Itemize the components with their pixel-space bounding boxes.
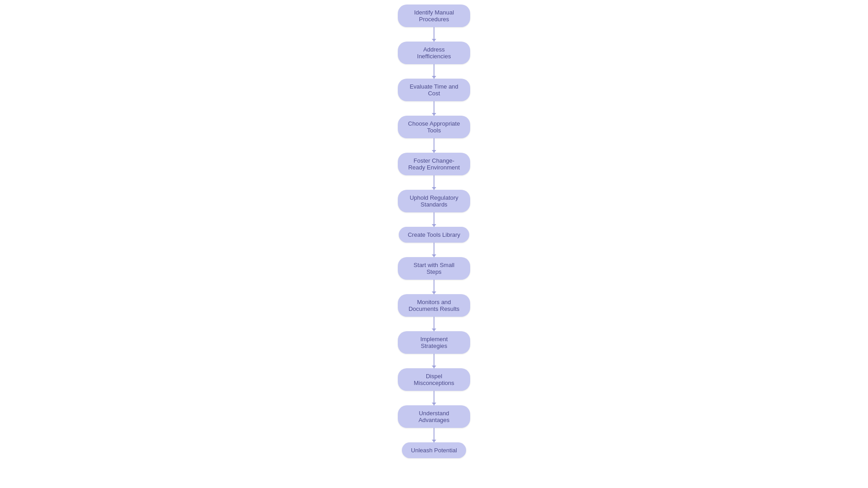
arrow-5 (434, 175, 434, 190)
arrow-3 (434, 101, 434, 116)
node-10: Implement Strategies (398, 331, 470, 354)
node-1: Identify Manual Procedures (398, 5, 470, 27)
node-13: Unleash Potential (402, 442, 466, 458)
arrow-6 (434, 212, 434, 227)
node-12: Understand Advantages (398, 405, 470, 428)
arrow-2 (434, 64, 434, 79)
node-5: Foster Change-Ready Environment (398, 153, 470, 175)
node-9: Monitors and Documents Results (398, 294, 470, 317)
node-6: Uphold Regulatory Standards (398, 190, 470, 212)
node-3: Evaluate Time and Cost (398, 79, 470, 101)
arrow-4 (434, 138, 434, 153)
arrow-11 (434, 391, 434, 405)
arrow-1 (434, 27, 434, 42)
node-7: Create Tools Library (399, 227, 469, 243)
node-11: Dispel Misconceptions (398, 368, 470, 391)
arrow-10 (434, 354, 434, 368)
flowchart: Identify Manual ProceduresAddress Ineffi… (0, 0, 868, 458)
node-4: Choose Appropriate Tools (398, 116, 470, 138)
arrow-7 (434, 243, 434, 257)
node-8: Start with Small Steps (398, 257, 470, 280)
arrow-8 (434, 280, 434, 294)
node-2: Address Inefficiencies (398, 42, 470, 64)
arrow-12 (434, 428, 434, 442)
arrow-9 (434, 317, 434, 331)
